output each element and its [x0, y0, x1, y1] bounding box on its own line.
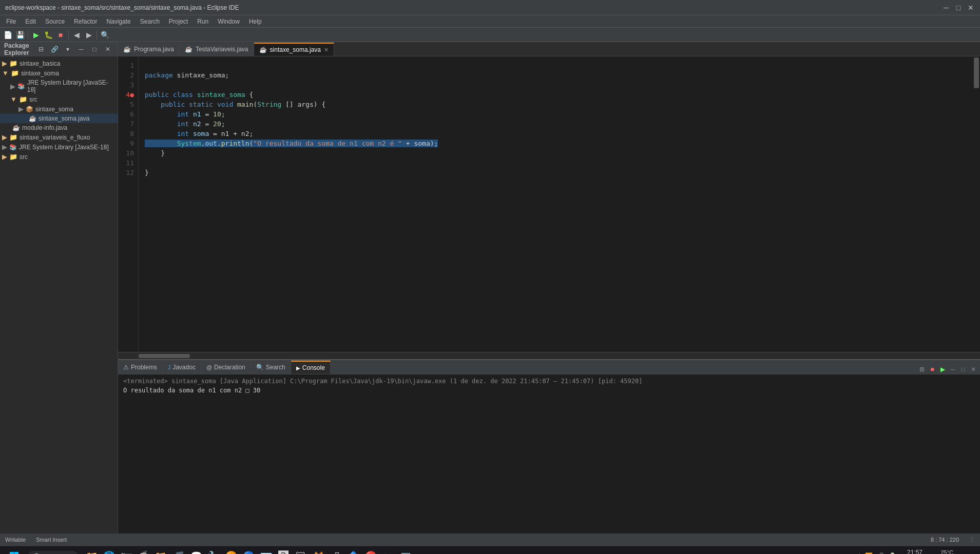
stop-button[interactable]: ■	[55, 29, 66, 41]
taskbar-arrow-icon[interactable]: ➤	[380, 548, 396, 555]
taskbar-print-icon[interactable]: 🖨	[328, 548, 344, 555]
back-button[interactable]: ◀	[71, 29, 82, 41]
panel-tab-label: Declaration	[214, 364, 245, 371]
panel-tab-javadoc[interactable]: J Javadoc	[163, 361, 201, 374]
horizontal-scrollbar[interactable]	[118, 352, 980, 359]
code-line-11: }	[145, 169, 149, 176]
tree-label: sintaxe_basica	[20, 60, 60, 67]
close-sidebar-icon[interactable]: ✕	[102, 44, 113, 55]
taskbar-app-icon[interactable]: 💻	[397, 548, 414, 555]
forward-button[interactable]: ▶	[83, 29, 94, 41]
console-clear-button[interactable]: ⊠	[917, 365, 927, 374]
link-editor-icon[interactable]: 🔗	[49, 44, 60, 55]
tab-close-button[interactable]: ✕	[324, 47, 329, 53]
folder-icon: 📁	[9, 60, 17, 67]
menu-bar: File Edit Source Refactor Navigate Searc…	[0, 15, 980, 28]
tree-item-jre1[interactable]: ▶ 📚 JRE System Library [JavaSE-18]	[0, 78, 118, 94]
minimize-sidebar-icon[interactable]: ─	[75, 44, 87, 55]
taskbar-edge-icon[interactable]: 🔷	[345, 548, 361, 555]
panel-minimize-button[interactable]: ─	[948, 365, 957, 374]
menu-help[interactable]: Help	[245, 17, 266, 26]
panel-tab-problems[interactable]: ⚠ Problems	[118, 361, 163, 374]
sidebar-header: Package Explorer ⊟ 🔗 ▾ ─ □ ✕	[0, 42, 118, 56]
run-button[interactable]: ▶	[30, 29, 42, 41]
taskbar-explorer-icon[interactable]: 📁	[83, 548, 100, 555]
tree-item-package[interactable]: ▶ 📦 sintaxe_soma	[0, 104, 118, 114]
search-panel-icon: 🔍	[256, 364, 264, 371]
status-more-icon[interactable]: ⋮	[969, 537, 975, 543]
line-numbers: 1 2 3 4● 5 6 7 8 9 10 11 12	[118, 56, 139, 352]
code-content[interactable]: package sintaxe_soma; public class sinta…	[139, 56, 973, 352]
problems-icon: ⚠	[123, 364, 129, 371]
line-num-12: 12	[118, 168, 138, 177]
tree-item-module-info[interactable]: ☕ module-info.java	[0, 123, 118, 132]
toolbar-separator-2	[68, 30, 69, 39]
panel-tab-search[interactable]: 🔍 Search	[251, 361, 291, 374]
minimize-button[interactable]: ─	[942, 4, 950, 12]
taskbar-outlook-icon[interactable]: 📧	[258, 548, 274, 555]
close-button[interactable]: ✕	[967, 4, 975, 12]
code-editor[interactable]: 1 2 3 4● 5 6 7 8 9 10 11 12 package sint…	[118, 56, 980, 352]
tree-item-variaveis[interactable]: ▶ 📁 sintaxe_variaveis_e_fluxo	[0, 132, 118, 142]
search-taskbar[interactable]: 🔍 Pesquisar	[28, 551, 78, 555]
menu-file[interactable]: File	[2, 17, 20, 26]
collapse-all-icon[interactable]: ⊟	[35, 44, 47, 55]
tab-sintaxe-soma[interactable]: ☕ sintaxe_soma.java ✕	[254, 43, 334, 56]
taskbar-vscode-icon[interactable]: 🔵	[240, 548, 257, 555]
panel-tabs-left: ⚠ Problems J Javadoc @ Declaration 🔍 Sea…	[118, 361, 331, 374]
view-menu-icon[interactable]: ▾	[62, 44, 73, 55]
tab-programa[interactable]: ☕ Programa.java	[118, 43, 180, 56]
taskbar-camera-icon[interactable]: 📷	[118, 548, 134, 555]
expand-icon: ▶	[2, 60, 7, 67]
taskbar-eclipse-icon[interactable]: ☕	[136, 548, 152, 555]
console-icon: ▶	[296, 365, 300, 371]
search-toolbar-button[interactable]: 🔍	[99, 29, 110, 41]
menu-edit[interactable]: Edit	[21, 17, 40, 26]
maximize-sidebar-icon[interactable]: □	[89, 44, 100, 55]
taskbar-orange-icon[interactable]: 🟠	[223, 548, 239, 555]
menu-window[interactable]: Window	[214, 17, 244, 26]
taskbar-tools-icon[interactable]: 🔧	[205, 548, 222, 555]
panel-close-button[interactable]: ✕	[969, 365, 978, 374]
taskbar-media-icon[interactable]: 🎵	[170, 548, 187, 555]
tree-item-src[interactable]: ▼ 📁 src	[0, 94, 118, 104]
tree-item-jre2[interactable]: ▶ 📚 JRE System Library [JavaSE-18]	[0, 142, 118, 152]
debug-button[interactable]: 🐛	[43, 29, 54, 41]
svg-rect-1	[14, 552, 18, 555]
tab-label: TestaVariaveis.java	[196, 46, 248, 53]
tree-item-src2[interactable]: ▶ 📁 src	[0, 152, 118, 162]
java-tab-icon: ☕	[123, 46, 131, 53]
console-relaunch-button[interactable]: ▶	[938, 365, 947, 374]
tab-label: sintaxe_soma.java	[270, 46, 321, 53]
taskbar-files-icon[interactable]: 📂	[153, 548, 169, 555]
maximize-button[interactable]: □	[954, 4, 963, 12]
tree-item-sintaxe-soma-java[interactable]: ☕ sintaxe_soma.java	[0, 114, 118, 123]
menu-project[interactable]: Project	[165, 17, 192, 26]
taskbar-ps-icon[interactable]: 🅿	[275, 548, 292, 555]
taskbar-chrome-icon[interactable]: 🔴	[362, 548, 379, 555]
menu-refactor[interactable]: Refactor	[70, 17, 101, 26]
console-stop-button[interactable]: ■	[928, 365, 937, 374]
clock-time: 21:57	[900, 549, 929, 554]
tree-item-sintaxe-soma[interactable]: ▼ 📁 sintaxe_soma	[0, 68, 118, 78]
menu-source[interactable]: Source	[41, 17, 69, 26]
panel-tab-declaration[interactable]: @ Declaration	[201, 361, 251, 374]
menu-navigate[interactable]: Navigate	[102, 17, 134, 26]
taskbar-shield-icon[interactable]: 🛡	[293, 548, 309, 555]
expand-icon: ▶	[2, 133, 7, 141]
menu-run[interactable]: Run	[193, 17, 213, 26]
panel-tab-console[interactable]: ▶ Console	[291, 361, 331, 374]
sidebar-title: Package Explorer	[4, 42, 35, 56]
taskbar-browser-icon[interactable]: 🌐	[101, 548, 117, 555]
tree-item-sintaxe-basica[interactable]: ▶ 📁 sintaxe_basica	[0, 58, 118, 68]
panel-maximize-button[interactable]: □	[958, 365, 968, 374]
start-button[interactable]	[4, 546, 25, 555]
taskbar-firefox-icon[interactable]: 🦊	[310, 548, 326, 555]
new-button[interactable]: 📄	[2, 29, 13, 41]
taskbar-discord-icon[interactable]: 💬	[188, 548, 204, 555]
tab-testavariáveis[interactable]: ☕ TestaVariaveis.java	[180, 43, 254, 56]
save-button[interactable]: 💾	[14, 29, 26, 41]
editor-scrollbar[interactable]	[973, 56, 980, 352]
menu-search[interactable]: Search	[136, 17, 164, 26]
status-writable: Writable	[5, 537, 26, 543]
